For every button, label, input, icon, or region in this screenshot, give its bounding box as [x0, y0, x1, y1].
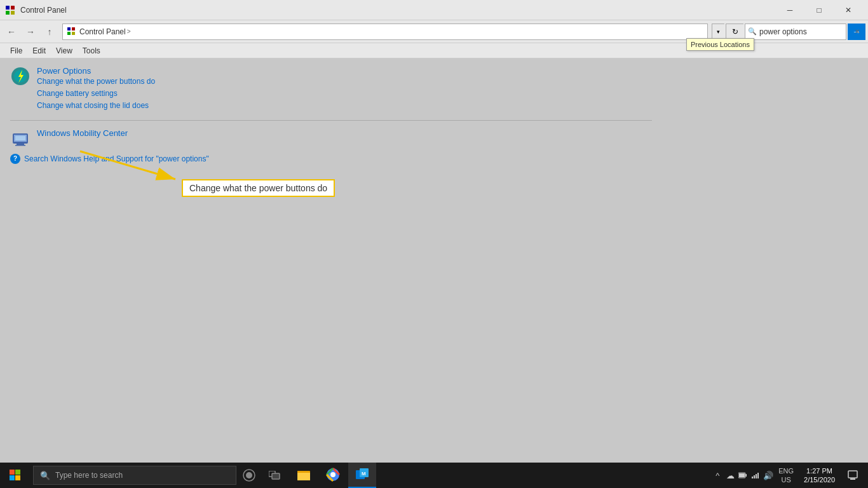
- svg-rect-40: [850, 478, 855, 480]
- svg-point-23: [246, 472, 252, 478]
- taskbar-search-placeholder: Type here to search: [55, 471, 123, 480]
- svg-rect-33: [745, 474, 747, 477]
- address-bar[interactable]: Control Panel >: [62, 24, 708, 40]
- mobility-center-text: Windows Mobility Center: [37, 128, 128, 138]
- systray-area: ☁ 🔊: [725, 470, 773, 480]
- menu-view[interactable]: View: [51, 43, 78, 58]
- search-input[interactable]: [759, 27, 855, 36]
- annotation-label: Change what the power buttons do: [182, 179, 335, 197]
- mobility-center-icon: [10, 128, 31, 149]
- clock-date: 2/15/2020: [804, 475, 835, 484]
- svg-rect-34: [739, 473, 745, 477]
- search-dropdown-button[interactable]: ▾: [712, 24, 724, 40]
- title-bar: Control Panel ─ □ ✕: [0, 0, 868, 20]
- systray-overflow-button[interactable]: ^: [712, 470, 722, 480]
- menu-edit[interactable]: Edit: [27, 43, 51, 58]
- main-content: Power Options Change what the power butt…: [0, 58, 868, 463]
- power-options-title[interactable]: Power Options: [37, 66, 155, 76]
- chrome-icon: [326, 468, 340, 482]
- close-button[interactable]: ✕: [834, 0, 863, 20]
- up-button[interactable]: ↑: [41, 23, 58, 41]
- cortana-button[interactable]: [236, 463, 262, 488]
- menu-file[interactable]: File: [5, 43, 27, 58]
- svg-text:M: M: [362, 471, 366, 477]
- taskbar-search[interactable]: 🔍 Type here to search: [33, 466, 236, 485]
- svg-rect-25: [272, 473, 280, 479]
- help-link[interactable]: ? Search Windows Help and Support for "p…: [10, 154, 858, 164]
- svg-rect-20: [10, 475, 15, 480]
- taskbar-clock[interactable]: 1:27 PM 2/15/2020: [799, 466, 840, 485]
- start-button[interactable]: [0, 463, 31, 488]
- menu-tools[interactable]: Tools: [78, 43, 105, 58]
- address-icon: [67, 27, 77, 37]
- refresh-button[interactable]: ↻: [726, 24, 743, 40]
- task-view-button[interactable]: [262, 463, 287, 488]
- svg-rect-38: [757, 473, 759, 478]
- svg-rect-36: [754, 475, 755, 478]
- power-options-icon: [10, 66, 31, 86]
- systray-volume-icon[interactable]: 🔊: [763, 470, 773, 480]
- help-icon: ?: [10, 154, 20, 164]
- clock-time: 1:27 PM: [806, 466, 832, 475]
- window-title: Control Panel: [20, 6, 67, 15]
- svg-rect-0: [6, 6, 10, 10]
- mobility-center-section: Windows Mobility Center: [10, 128, 858, 149]
- result-area: Power Options Change what the power butt…: [10, 66, 858, 164]
- link-change-power-buttons[interactable]: Change what the power buttons do: [37, 76, 155, 88]
- svg-rect-6: [67, 32, 71, 35]
- taskbar-app-outlook[interactable]: M: [348, 463, 376, 488]
- mobility-center-item: Windows Mobility Center: [10, 128, 858, 149]
- svg-rect-15: [17, 144, 24, 145]
- mobility-center-title[interactable]: Windows Mobility Center: [37, 128, 128, 138]
- language-indicator[interactable]: ENG US: [776, 466, 796, 485]
- svg-rect-35: [752, 477, 753, 478]
- search-box[interactable]: 🔍 ✕: [745, 24, 846, 40]
- battery-icon: [738, 471, 747, 479]
- link-change-battery[interactable]: Change battery settings: [37, 88, 155, 100]
- language-us: US: [778, 475, 794, 484]
- task-view-icon: [269, 471, 280, 480]
- power-options-text: Power Options Change what the power butt…: [37, 66, 155, 112]
- action-center-button[interactable]: [843, 463, 863, 488]
- window-icon: [5, 5, 15, 15]
- svg-rect-18: [10, 470, 15, 475]
- taskbar-search-icon: 🔍: [40, 471, 50, 480]
- svg-rect-17: [15, 136, 25, 140]
- link-change-lid[interactable]: Change what closing the lid does: [37, 100, 155, 112]
- language-eng: ENG: [778, 466, 794, 475]
- network-icon: [751, 471, 760, 479]
- svg-rect-21: [15, 475, 20, 480]
- svg-point-28: [330, 472, 336, 477]
- forward-button[interactable]: →: [22, 23, 39, 41]
- address-path: Control Panel >: [79, 27, 131, 36]
- svg-rect-7: [72, 32, 75, 35]
- taskbar-app-file-explorer[interactable]: [290, 463, 318, 488]
- power-options-section: Power Options Change what the power butt…: [10, 66, 858, 112]
- file-explorer-icon: [297, 468, 311, 482]
- window-controls: ─ □ ✕: [775, 0, 863, 20]
- minimize-button[interactable]: ─: [775, 0, 804, 20]
- divider: [10, 120, 652, 121]
- systray-network-icon[interactable]: [750, 470, 761, 480]
- svg-rect-4: [67, 27, 71, 30]
- path-segment-1: Control Panel: [79, 27, 126, 36]
- action-center-icon: [848, 470, 858, 480]
- svg-rect-19: [15, 470, 20, 475]
- power-options-item: Power Options Change what the power butt…: [10, 66, 858, 112]
- taskbar-apps: M: [290, 463, 376, 488]
- svg-rect-16: [15, 145, 25, 146]
- cortana-icon: [243, 469, 255, 482]
- search-icon: 🔍: [748, 27, 757, 36]
- help-text: Search Windows Help and Support for "pow…: [24, 154, 209, 163]
- search-clear-button[interactable]: ✕: [855, 28, 860, 35]
- svg-rect-2: [6, 11, 10, 15]
- back-button[interactable]: ←: [3, 23, 20, 41]
- systray-battery-icon[interactable]: [738, 470, 748, 480]
- taskbar-app-chrome[interactable]: [319, 463, 347, 488]
- path-arrow: >: [127, 28, 131, 35]
- outlook-icon: M: [355, 468, 369, 482]
- taskbar: 🔍 Type here to search: [0, 463, 868, 488]
- systray-cloud-icon[interactable]: ☁: [725, 470, 735, 480]
- svg-rect-1: [11, 6, 15, 10]
- maximize-button[interactable]: □: [804, 0, 834, 20]
